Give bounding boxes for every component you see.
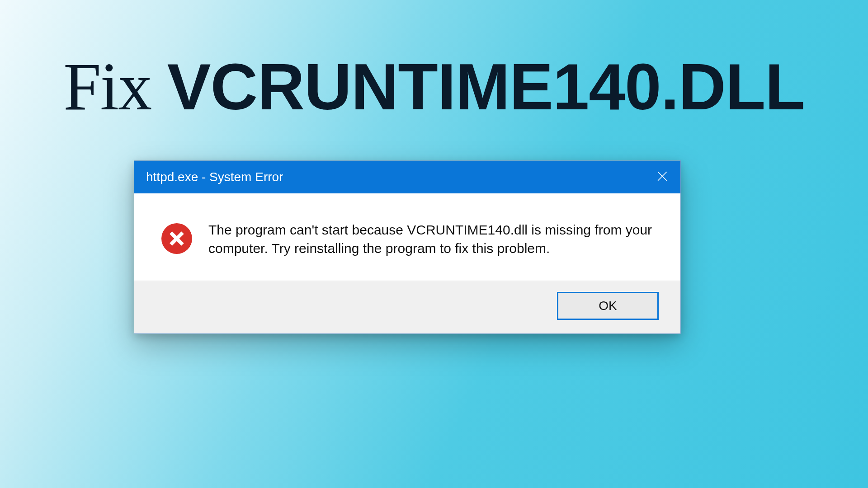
close-icon <box>656 170 668 184</box>
dialog-body: The program can't start because VCRUNTIM… <box>134 193 680 281</box>
dialog-button-row: OK <box>134 281 680 333</box>
dialog-message: The program can't start because VCRUNTIM… <box>208 220 659 258</box>
dialog-title: httpd.exe - System Error <box>146 170 283 184</box>
dialog-titlebar[interactable]: httpd.exe - System Error <box>134 161 680 193</box>
heading-prefix: Fix <box>63 49 167 124</box>
error-icon <box>160 222 193 255</box>
close-button[interactable] <box>644 161 680 193</box>
heading-bold: VCRUNTIME140.DLL <box>167 50 805 123</box>
error-dialog: httpd.exe - System Error The program can… <box>134 160 681 334</box>
ok-button[interactable]: OK <box>557 292 659 320</box>
page-heading: Fix VCRUNTIME140.DLL <box>0 47 868 125</box>
